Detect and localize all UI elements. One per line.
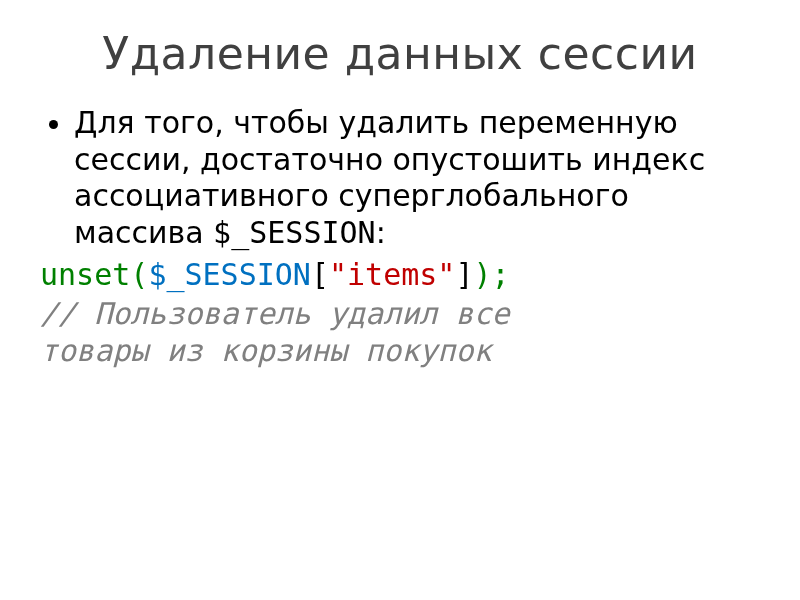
bullet-item: Для того, чтобы удалить переменную сесси… <box>74 105 760 251</box>
bullet-session-var: $_SESSION <box>213 215 376 250</box>
code-comment: // Пользователь удалил все товары из кор… <box>40 296 760 369</box>
code-rbrack: ] <box>455 257 473 292</box>
bullet-text-pre: Для того, чтобы удалить переменную сесси… <box>74 105 705 250</box>
slide-title: Удаление данных сессии <box>40 28 760 79</box>
slide: Удаление данных сессии Для того, чтобы у… <box>0 0 800 600</box>
bullet-list: Для того, чтобы удалить переменную сесси… <box>40 105 760 251</box>
code-lbrack: [ <box>311 257 329 292</box>
code-lparen: ( <box>130 257 148 292</box>
code-rparen: ) <box>474 257 492 292</box>
code-string: "items" <box>329 257 455 292</box>
code-unset: unset <box>40 257 130 292</box>
code-semi: ; <box>492 257 510 292</box>
code-line: unset($_SESSION["items"]); <box>40 257 760 294</box>
comment-line-2: товары из корзины покупок <box>40 333 492 368</box>
bullet-text-post: : <box>376 215 386 250</box>
comment-line-1: // Пользователь удалил все <box>40 296 510 331</box>
slide-body: Для того, чтобы удалить переменную сесси… <box>40 105 760 369</box>
code-var: $_SESSION <box>148 257 311 292</box>
